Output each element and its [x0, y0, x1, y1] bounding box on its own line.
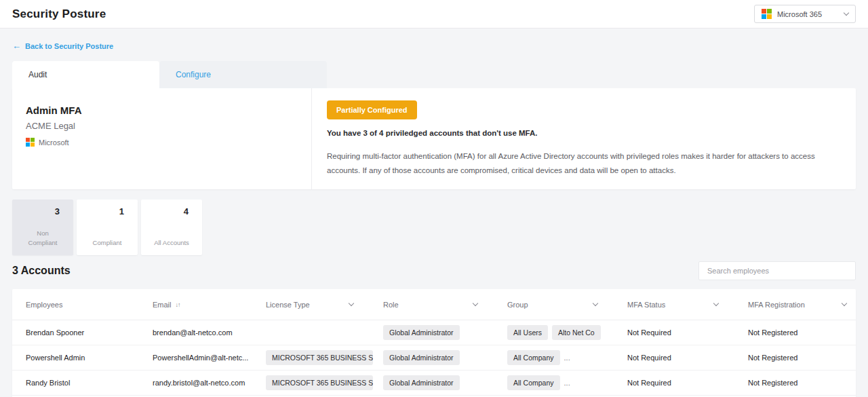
group-cell: All Company... — [507, 350, 627, 365]
product-selector[interactable]: Microsoft 365 — [754, 5, 856, 23]
stat-label: Non Compliant — [12, 229, 73, 256]
chevron-down-icon — [713, 301, 719, 306]
sort-icons[interactable]: ↓↑ — [176, 301, 180, 308]
column-header-email[interactable]: Email ↓↑ — [153, 301, 266, 309]
role-cell: Global Administrator — [383, 325, 507, 340]
column-label: Role — [383, 301, 399, 309]
company-name: ACME Legal — [26, 121, 298, 131]
email-value: randy.bristol@alt-netco.com — [153, 379, 266, 387]
microsoft-logo-icon — [762, 9, 772, 19]
mfa-status-value: Not Required — [627, 379, 748, 387]
product-selector-label: Microsoft 365 — [777, 10, 839, 18]
policy-detail-card: Admin MFA ACME Legal Microsoft Partially… — [12, 88, 856, 189]
tab-configure[interactable]: Configure — [159, 61, 327, 88]
provider-label: Microsoft — [39, 138, 69, 147]
accounts-header: 3 Accounts — [12, 261, 856, 281]
groups-more: ... — [564, 379, 570, 387]
column-header-mfa-status[interactable]: MFA Status — [627, 301, 748, 309]
license-cell: MICROSOFT 365 BUSINESS STAN — [266, 375, 383, 390]
column-header-employees: Employees — [26, 301, 153, 309]
column-label: Group — [507, 301, 528, 309]
stat-card-non-compliant[interactable]: 3 Non Compliant — [12, 200, 73, 255]
status-summary: You have 3 of 4 priviledged accounts tha… — [327, 129, 831, 137]
stat-card-compliant[interactable]: 1 Compliant — [77, 200, 138, 255]
license-chip: MICROSOFT 365 BUSINESS STAN — [266, 350, 373, 365]
status-badge: Partially Configured — [327, 100, 417, 119]
column-label: Employees — [26, 301, 62, 309]
mfa-registration-value: Not Registered — [748, 354, 856, 362]
table-row[interactable]: Randy Bristolrandy.bristol@alt-netco.com… — [12, 371, 856, 396]
tab-audit-label: Audit — [28, 70, 47, 79]
microsoft-logo-icon — [26, 138, 35, 147]
role-chip: Global Administrator — [383, 325, 460, 340]
column-label: Email — [153, 301, 172, 309]
policy-identity: Admin MFA ACME Legal Microsoft — [12, 88, 312, 189]
tab-configure-label: Configure — [176, 70, 211, 79]
tab-bar: Audit Configure — [12, 61, 856, 88]
column-label: License Type — [266, 301, 310, 309]
group-cell: All Company... — [507, 375, 627, 390]
stat-cards: 3 Non Compliant 1 Compliant 4 All Accoun… — [12, 200, 856, 255]
column-header-role[interactable]: Role — [383, 301, 507, 309]
role-chip: Global Administrator — [383, 350, 460, 365]
column-header-mfa-registration[interactable]: MFA Registration — [748, 301, 856, 309]
employee-name: Randy Bristol — [26, 379, 153, 387]
table-row[interactable]: Powershell AdminPowershellAdmin@alt-netc… — [12, 345, 856, 371]
column-label: MFA Registration — [748, 301, 805, 309]
mfa-registration-value: Not Registered — [748, 379, 856, 387]
employee-name: Brendan Spooner — [26, 328, 153, 337]
chevron-down-icon — [593, 301, 598, 306]
role-cell: Global Administrator — [383, 350, 507, 365]
stat-value: 1 — [119, 200, 138, 216]
stat-card-all-accounts[interactable]: 4 All Accounts — [141, 200, 202, 255]
table-body: Brendan Spoonerbrendan@alt-netco.comGlob… — [12, 320, 856, 396]
group-chip: All Company — [507, 350, 560, 365]
policy-title: Admin MFA — [26, 105, 298, 116]
topbar: Security Posture Microsoft 365 — [0, 0, 868, 29]
stat-value: 4 — [184, 200, 202, 216]
license-chip: MICROSOFT 365 BUSINESS STAN — [266, 375, 373, 390]
chevron-down-icon — [844, 10, 849, 15]
accounts-table: Employees Email ↓↑ License Type Role Gro… — [12, 289, 856, 397]
column-header-license-type[interactable]: License Type — [266, 301, 383, 309]
column-header-group[interactable]: Group — [507, 301, 627, 309]
license-cell: MICROSOFT 365 BUSINESS STAN — [266, 350, 383, 365]
back-link-label: Back to Security Posture — [25, 42, 113, 50]
accounts-count-title: 3 Accounts — [12, 265, 71, 277]
back-link[interactable]: ← Back to Security Posture — [12, 41, 113, 51]
chevron-down-icon — [842, 301, 847, 306]
table-row[interactable]: Brendan Spoonerbrendan@alt-netco.comGlob… — [12, 320, 856, 345]
sort-asc-icon: ↑ — [178, 301, 180, 308]
stat-label: Compliant — [77, 238, 138, 256]
group-chip: All Users — [507, 325, 548, 340]
table-header: Employees Email ↓↑ License Type Role Gro… — [12, 289, 856, 320]
email-value: brendan@alt-netco.com — [153, 328, 266, 337]
stat-value: 3 — [55, 200, 73, 216]
status-description: Requiring multi-factor authentication (M… — [327, 149, 831, 177]
column-label: MFA Status — [627, 301, 665, 309]
role-cell: Global Administrator — [383, 375, 507, 390]
mfa-status-value: Not Required — [627, 354, 748, 362]
group-chip: Alto Net Co — [552, 325, 601, 340]
chevron-down-icon — [349, 301, 354, 306]
stat-label: All Accounts — [141, 238, 202, 256]
provider-row: Microsoft — [26, 138, 298, 147]
content-area: ← Back to Security Posture Audit Configu… — [0, 29, 868, 397]
employee-name: Powershell Admin — [26, 354, 153, 362]
chevron-down-icon — [473, 301, 478, 306]
groups-more: ... — [564, 354, 570, 362]
mfa-status-value: Not Required — [627, 328, 748, 337]
email-value: PowershellAdmin@alt-netc... — [153, 354, 266, 362]
policy-status: Partially Configured You have 3 of 4 pri… — [312, 88, 856, 189]
mfa-registration-value: Not Registered — [748, 328, 856, 337]
group-cell: All UsersAlto Net Co — [507, 325, 627, 340]
tab-audit[interactable]: Audit — [12, 61, 159, 88]
back-arrow-icon: ← — [12, 41, 21, 51]
security-posture-page: Security Posture Microsoft 365 ← Back to… — [0, 0, 868, 397]
search-input[interactable] — [698, 261, 856, 280]
page-title: Security Posture — [12, 7, 106, 21]
role-chip: Global Administrator — [383, 375, 460, 390]
group-chip: All Company — [507, 375, 560, 390]
